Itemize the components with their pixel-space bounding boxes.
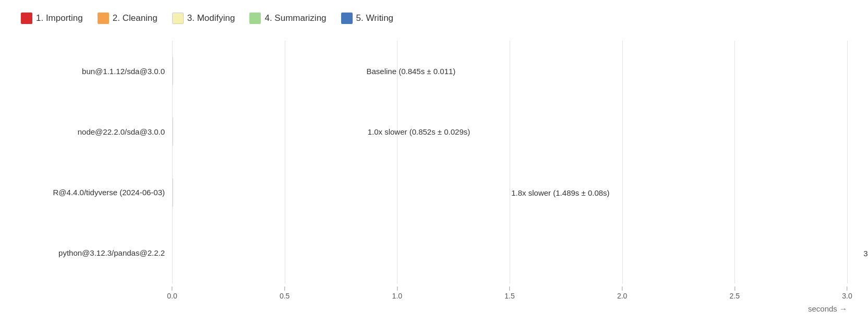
x-tick: 2.5	[730, 287, 740, 300]
legend-label-modifying: 3. Modifying	[187, 13, 235, 23]
bar-annotation: Baseline (0.845s ± 0.011)	[366, 67, 455, 76]
x-tick-label: 2.0	[617, 292, 627, 300]
x-tick: 2.0	[617, 287, 627, 300]
x-axis: 0.00.51.01.52.02.53.0	[21, 287, 847, 301]
legend-swatch-writing	[341, 13, 353, 24]
legend-label-summarizing: 4. Summarizing	[264, 13, 326, 23]
bar-segment-2	[172, 57, 173, 85]
x-tick-line	[172, 287, 173, 291]
bar-annotation: 1.0x slower (0.852s ± 0.029s)	[368, 127, 471, 136]
x-axis-labels: 0.00.51.01.52.02.53.0	[172, 287, 847, 301]
x-tick-line	[734, 287, 735, 291]
x-tick: 1.5	[504, 287, 514, 300]
chart-row: bun@1.1.12/sda@3.0.0Baseline (0.845s ± 0…	[21, 41, 847, 101]
legend-swatch-summarizing	[249, 13, 261, 24]
legend-label-importing: 1. Importing	[36, 13, 83, 23]
x-tick-line	[397, 287, 397, 291]
legend-swatch-importing	[21, 13, 32, 24]
chart-area: bun@1.1.12/sda@3.0.0Baseline (0.845s ± 0…	[21, 41, 847, 313]
chart-row: python@3.12.3/pandas@2.2.23.6x slower (3…	[21, 223, 847, 283]
chart-row: R@4.4.0/tidyverse (2024-06-03)1.8x slowe…	[21, 162, 847, 223]
legend-label-writing: 5. Writing	[356, 13, 394, 23]
legend-item-summarizing: 4. Summarizing	[249, 13, 326, 24]
x-tick: 0.5	[280, 287, 290, 300]
x-tick-label: 3.0	[842, 292, 852, 300]
bar-container: 1.0x slower (0.852s ± 0.029s)	[172, 117, 847, 146]
bar	[172, 117, 173, 146]
legend-swatch-modifying	[172, 13, 184, 24]
bar-annotation: 3.6x slower (3.054s ± 0.025s)	[863, 248, 868, 257]
legend-item-importing: 1. Importing	[21, 13, 83, 24]
x-axis-unit: seconds →	[21, 304, 847, 313]
x-tick: 3.0	[842, 287, 852, 300]
x-tick-line	[847, 287, 848, 291]
chart-rows: bun@1.1.12/sda@3.0.0Baseline (0.845s ± 0…	[21, 41, 847, 283]
row-label: python@3.12.3/pandas@2.2.2	[21, 248, 172, 257]
legend-item-cleaning: 2. Cleaning	[98, 13, 158, 24]
legend-swatch-cleaning	[98, 13, 109, 24]
grid-line	[847, 41, 848, 283]
legend-label-cleaning: 2. Cleaning	[113, 13, 158, 23]
bar-segment-2	[172, 178, 173, 207]
x-tick: 1.0	[392, 287, 402, 300]
chart-row: node@22.2.0/sda@3.0.01.0x slower (0.852s…	[21, 101, 847, 162]
bar-container: Baseline (0.845s ± 0.011)	[172, 57, 847, 85]
x-tick-label: 1.0	[392, 292, 402, 300]
bar-container: 3.6x slower (3.054s ± 0.025s)	[172, 239, 847, 267]
bar-container: 1.8x slower (1.489s ± 0.08s)	[172, 178, 847, 207]
row-label: node@22.2.0/sda@3.0.0	[21, 127, 172, 136]
x-tick-label: 1.5	[504, 292, 514, 300]
x-tick-label: 0.0	[167, 292, 177, 300]
legend-item-writing: 5. Writing	[341, 13, 394, 24]
x-tick-line	[622, 287, 622, 291]
chart-legend: 1. Importing2. Cleaning3. Modifying4. Su…	[21, 13, 847, 24]
row-label: bun@1.1.12/sda@3.0.0	[21, 67, 172, 76]
legend-item-modifying: 3. Modifying	[172, 13, 235, 24]
bar	[172, 57, 173, 85]
bar-segment-2	[172, 117, 173, 146]
x-tick-line	[510, 287, 510, 291]
x-tick: 0.0	[167, 287, 177, 300]
x-tick-label: 0.5	[280, 292, 290, 300]
row-label: R@4.4.0/tidyverse (2024-06-03)	[21, 188, 172, 197]
bar-annotation: 1.8x slower (1.489s ± 0.08s)	[511, 188, 609, 197]
x-tick-line	[284, 287, 285, 291]
bar	[172, 178, 173, 207]
x-tick-label: 2.5	[730, 292, 740, 300]
